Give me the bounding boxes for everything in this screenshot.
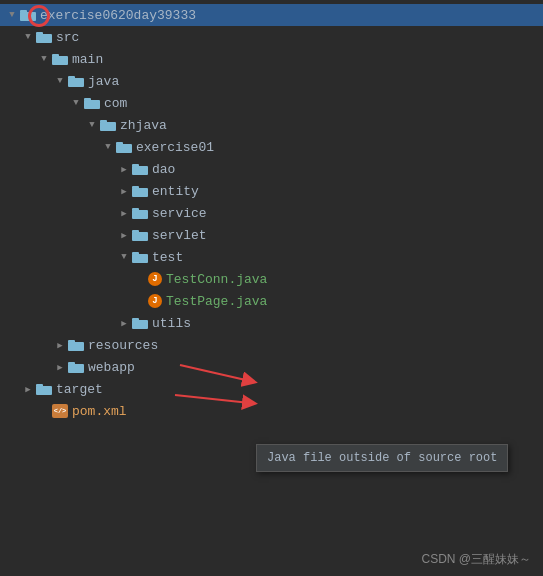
tree-item-testconn[interactable]: J TestConn.java <box>0 268 543 290</box>
expand-arrow-java[interactable] <box>52 76 68 86</box>
svg-rect-19 <box>132 208 139 211</box>
svg-rect-14 <box>132 166 148 175</box>
tree-label-testpage: TestPage.java <box>166 294 267 309</box>
svg-rect-11 <box>100 120 107 123</box>
tree-item-service[interactable]: service <box>0 202 543 224</box>
tree-label-zhjava: zhjava <box>120 118 167 133</box>
svg-rect-22 <box>132 254 148 263</box>
java-icon-testpage: J <box>148 294 162 308</box>
tree-label-resources: resources <box>88 338 158 353</box>
tree-label-service: service <box>152 206 207 221</box>
svg-rect-8 <box>84 100 100 109</box>
expand-arrow-src[interactable] <box>20 32 36 42</box>
tree-label-java: java <box>88 74 119 89</box>
tree-item-entity[interactable]: entity <box>0 180 543 202</box>
folder-icon-servlet <box>132 229 148 241</box>
expand-arrow-webapp[interactable] <box>52 362 68 373</box>
expand-arrow-servlet[interactable] <box>116 230 132 241</box>
expand-arrow-test[interactable] <box>116 252 132 262</box>
tree-label-entity: entity <box>152 184 199 199</box>
folder-icon-com <box>84 97 100 109</box>
tree-item-java[interactable]: java <box>0 70 543 92</box>
folder-icon-resources <box>68 339 84 351</box>
svg-rect-26 <box>68 342 84 351</box>
svg-rect-6 <box>68 78 84 87</box>
tree-label-test: test <box>152 250 183 265</box>
svg-rect-7 <box>68 76 75 79</box>
tree-label-webapp: webapp <box>88 360 135 375</box>
folder-icon-test <box>132 251 148 263</box>
svg-rect-30 <box>36 386 52 395</box>
folder-icon-main <box>52 53 68 65</box>
expand-arrow-entity[interactable] <box>116 186 132 197</box>
svg-rect-21 <box>132 230 139 233</box>
svg-rect-25 <box>132 318 139 321</box>
svg-rect-4 <box>52 56 68 65</box>
tree-item-main[interactable]: main <box>0 48 543 70</box>
tree-item-pom[interactable]: </> pom.xml <box>0 400 543 422</box>
expand-arrow-com[interactable] <box>68 98 84 108</box>
tree-item-test[interactable]: test <box>0 246 543 268</box>
tooltip-text: Java file outside of source root <box>267 451 497 465</box>
tree-label-exercise01: exercise01 <box>136 140 214 155</box>
expand-arrow-root[interactable] <box>4 10 20 20</box>
expand-arrow-utils[interactable] <box>116 318 132 329</box>
folder-icon-webapp <box>68 361 84 373</box>
tree-item-root[interactable]: exercise0620day39333 <box>0 4 543 26</box>
svg-rect-28 <box>68 364 84 373</box>
expand-arrow-exercise01[interactable] <box>100 142 116 152</box>
tree-item-exercise01[interactable]: exercise01 <box>0 136 543 158</box>
folder-icon-entity <box>132 185 148 197</box>
expand-arrow-resources[interactable] <box>52 340 68 351</box>
tree-label-pom: pom.xml <box>72 404 127 419</box>
expand-arrow-main[interactable] <box>36 54 52 64</box>
tree-label-dao: dao <box>152 162 175 177</box>
svg-rect-17 <box>132 186 139 189</box>
svg-rect-29 <box>68 362 75 365</box>
tree-item-zhjava[interactable]: zhjava <box>0 114 543 136</box>
tree-item-target[interactable]: target <box>0 378 543 400</box>
folder-icon-src <box>36 31 52 43</box>
svg-rect-23 <box>132 252 139 255</box>
tree-label-src: src <box>56 30 79 45</box>
tree-item-servlet[interactable]: servlet <box>0 224 543 246</box>
svg-rect-12 <box>116 144 132 153</box>
folder-icon-root <box>20 9 36 21</box>
tree-label-com: com <box>104 96 127 111</box>
expand-arrow-target[interactable] <box>20 384 36 395</box>
folder-icon-exercise01 <box>116 141 132 153</box>
svg-rect-31 <box>36 384 43 387</box>
tree-item-webapp[interactable]: webapp <box>0 356 543 378</box>
svg-rect-16 <box>132 188 148 197</box>
svg-rect-24 <box>132 320 148 329</box>
svg-rect-1 <box>20 10 27 13</box>
svg-rect-2 <box>36 34 52 43</box>
tree-item-utils[interactable]: utils <box>0 312 543 334</box>
svg-rect-0 <box>20 12 36 21</box>
tree-label-utils: utils <box>152 316 191 331</box>
svg-rect-27 <box>68 340 75 343</box>
tree-item-testpage[interactable]: J TestPage.java <box>0 290 543 312</box>
tree-item-src[interactable]: src <box>0 26 543 48</box>
pom-icon: </> <box>52 404 68 418</box>
folder-icon-dao <box>132 163 148 175</box>
tooltip: Java file outside of source root <box>256 444 508 472</box>
expand-arrow-service[interactable] <box>116 208 132 219</box>
expand-arrow-zhjava[interactable] <box>84 120 100 130</box>
svg-rect-18 <box>132 210 148 219</box>
java-icon-testconn: J <box>148 272 162 286</box>
expand-arrow-dao[interactable] <box>116 164 132 175</box>
tree-label-target: target <box>56 382 103 397</box>
folder-icon-service <box>132 207 148 219</box>
tree-label-servlet: servlet <box>152 228 207 243</box>
watermark: CSDN @三醒妹妹～ <box>421 551 531 568</box>
tree-item-dao[interactable]: dao <box>0 158 543 180</box>
tree-item-resources[interactable]: resources <box>0 334 543 356</box>
folder-icon-utils <box>132 317 148 329</box>
svg-rect-5 <box>52 54 59 57</box>
tree-item-com[interactable]: com <box>0 92 543 114</box>
svg-rect-10 <box>100 122 116 131</box>
svg-rect-20 <box>132 232 148 241</box>
file-tree: exercise0620day39333 src main java c <box>0 0 543 426</box>
svg-rect-15 <box>132 164 139 167</box>
